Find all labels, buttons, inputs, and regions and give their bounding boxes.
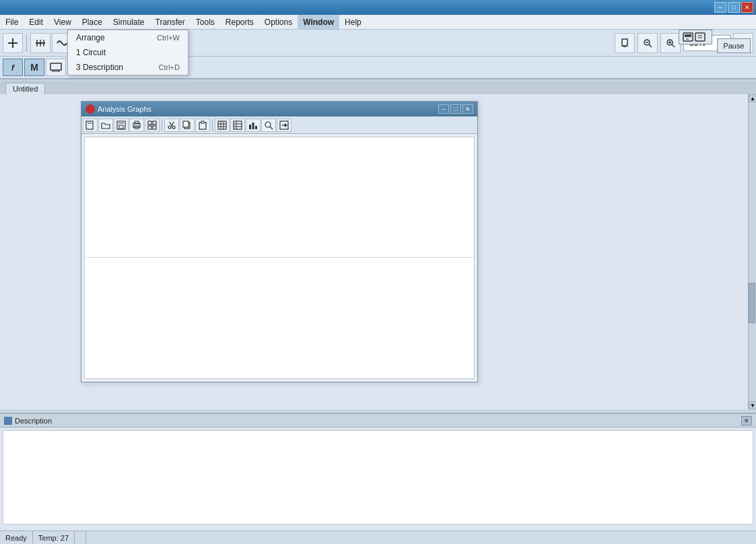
svg-rect-25 [685, 34, 691, 37]
dropdown-arrange[interactable]: Arrange Ctrl+W [68, 30, 188, 45]
svg-rect-30 [86, 121, 93, 129]
ag-save-btn[interactable] [114, 118, 129, 132]
svg-rect-61 [255, 126, 257, 129]
tab-bar: Untitled [0, 81, 756, 94]
dropdown-description[interactable]: 3 Description Ctrl+D [68, 60, 188, 75]
status-temp: Temp: 27 [33, 531, 75, 544]
window-dropdown: Arrange Ctrl+W 1 Circuit 3 Description C… [67, 30, 188, 75]
svg-line-14 [649, 44, 652, 47]
analysis-graphs-window: Analysis Graphs ─ □ ✕ [81, 101, 478, 382]
svg-rect-10 [622, 39, 627, 46]
svg-line-44 [170, 122, 172, 126]
menu-reports[interactable]: Reports [220, 15, 259, 29]
analysis-maximize-btn[interactable]: □ [450, 104, 461, 114]
dropdown-arrange-label: Arrange [76, 33, 105, 42]
analysis-minimize-btn[interactable]: ─ [438, 104, 449, 114]
main-area: Untitled Analysis Graphs ─ □ ✕ [0, 81, 756, 531]
description-titlebar: Description ✕ [0, 414, 756, 428]
ag-view-btn[interactable] [145, 118, 160, 132]
multimeter-button[interactable]: M [24, 59, 44, 76]
zoom-out-button[interactable] [638, 33, 658, 53]
ag-zoom-btn[interactable] [261, 118, 276, 132]
ag-sep-1 [162, 119, 162, 131]
ag-paste-btn[interactable] [195, 118, 210, 132]
svg-rect-40 [148, 126, 151, 129]
svg-rect-20 [50, 63, 61, 70]
ag-copy-btn[interactable] [180, 118, 195, 132]
svg-rect-34 [119, 125, 123, 129]
menu-window[interactable]: Window [298, 15, 339, 29]
ag-cut-btn[interactable] [164, 118, 179, 132]
pencil-button[interactable] [615, 33, 635, 53]
status-extra [75, 531, 86, 544]
svg-point-42 [168, 126, 171, 129]
horizontal-wire-button[interactable] [30, 33, 50, 53]
analysis-graph-top [85, 137, 474, 258]
function-button[interactable]: f [3, 59, 23, 76]
minimize-button[interactable]: ─ [714, 2, 726, 13]
description-title: Description [15, 417, 52, 425]
scrollbar-thumb[interactable] [749, 283, 755, 323]
status-ready: Ready [0, 531, 33, 544]
ag-open-btn[interactable] [98, 118, 113, 132]
dropdown-description-shortcut: Ctrl+D [159, 63, 180, 71]
dropdown-description-label: 3 Description [76, 63, 123, 72]
ag-chart-btn[interactable] [246, 118, 261, 132]
scrollbar-down-arrow[interactable]: ▼ [749, 401, 756, 409]
svg-rect-41 [153, 126, 156, 129]
ag-print-btn[interactable] [129, 118, 144, 132]
svg-rect-39 [153, 121, 156, 125]
menu-tools[interactable]: Tools [191, 15, 220, 29]
ag-grid-btn[interactable] [215, 118, 230, 132]
zoom-in-button[interactable] [660, 33, 681, 53]
svg-rect-33 [118, 121, 124, 124]
device-icon-button[interactable] [679, 30, 712, 44]
menu-edit[interactable]: Edit [24, 15, 48, 29]
menu-file[interactable]: File [0, 15, 24, 29]
main-tab[interactable]: Untitled [5, 83, 45, 94]
analysis-close-btn[interactable]: ✕ [462, 104, 473, 114]
menu-options[interactable]: Options [259, 15, 298, 29]
ag-table-btn[interactable] [230, 118, 245, 132]
svg-rect-47 [183, 121, 188, 127]
svg-rect-27 [695, 33, 705, 41]
description-icon [4, 417, 12, 425]
menu-place[interactable]: Place [77, 15, 108, 29]
svg-rect-1 [12, 38, 13, 48]
toolbar-sep-1 [26, 34, 27, 52]
status-bar: Ready Temp: 27 [0, 531, 756, 544]
title-bar: ─ □ ✕ [0, 0, 756, 15]
dropdown-circuit[interactable]: 1 Circuit [68, 45, 188, 60]
menu-bar: File Edit View Place Simulate Transfer T… [0, 15, 756, 30]
device-icon-area [679, 30, 712, 44]
ag-new-btn[interactable] [83, 118, 98, 132]
close-button[interactable]: ✕ [741, 2, 753, 13]
temp-label: Temp: [38, 534, 59, 542]
canvas-area[interactable]: Analysis Graphs ─ □ ✕ [0, 94, 748, 409]
pause-button[interactable]: Pause [717, 38, 751, 53]
temp-value: 27 [61, 534, 69, 542]
analysis-content [84, 137, 475, 379]
analysis-window-controls: ─ □ ✕ [438, 104, 473, 114]
title-controls: ─ □ ✕ [714, 2, 753, 13]
dropdown-circuit-label: 1 Circuit [76, 48, 106, 57]
menu-view[interactable]: View [48, 15, 77, 29]
svg-rect-54 [218, 121, 226, 129]
menu-simulate[interactable]: Simulate [108, 15, 150, 29]
menu-help[interactable]: Help [339, 15, 367, 29]
monitor-button[interactable] [46, 59, 66, 76]
add-component-button[interactable] [3, 33, 23, 53]
menu-transfer[interactable]: Transfer [150, 15, 191, 29]
maximize-button[interactable]: □ [728, 2, 740, 13]
analysis-window-title: Analysis Graphs [98, 105, 151, 113]
analysis-toolbar [81, 116, 477, 134]
scrollbar-up-arrow[interactable]: ▲ [749, 94, 756, 102]
vertical-scrollbar[interactable]: ▲ ▼ [748, 94, 756, 409]
description-close-btn[interactable]: ✕ [741, 416, 752, 426]
description-content [3, 430, 753, 524]
svg-line-17 [672, 44, 675, 47]
ag-export-btn[interactable] [277, 118, 291, 132]
dropdown-arrange-shortcut: Ctrl+W [157, 34, 180, 42]
ag-sep-2 [212, 119, 213, 131]
analysis-titlebar[interactable]: Analysis Graphs ─ □ ✕ [81, 102, 477, 116]
